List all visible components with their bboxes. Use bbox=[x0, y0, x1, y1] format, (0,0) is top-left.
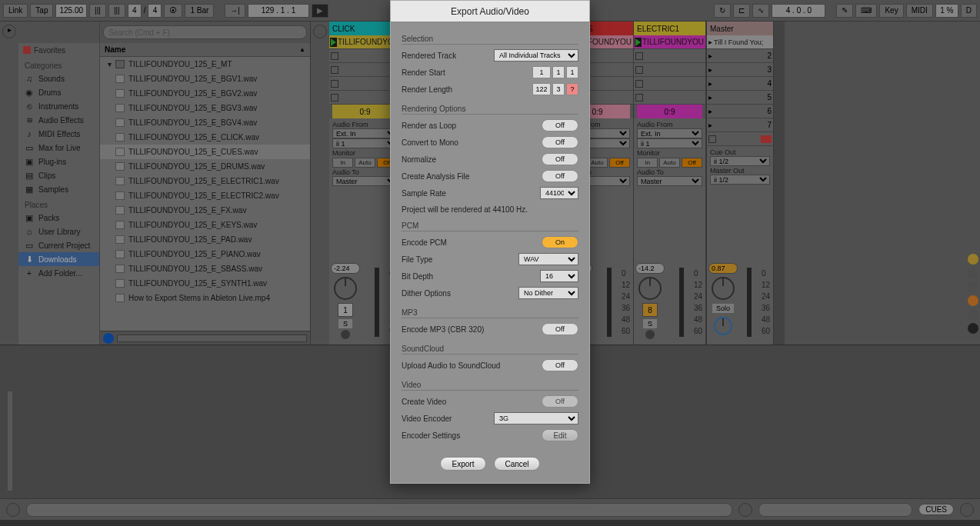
video-encoder-select[interactable]: 3G bbox=[494, 412, 578, 424]
volume-value[interactable]: -14.2 bbox=[635, 263, 665, 274]
normalize-toggle[interactable]: Off bbox=[542, 153, 578, 165]
master-header[interactable]: Master bbox=[707, 22, 773, 35]
solo-button[interactable]: S bbox=[338, 318, 353, 329]
expand-toggle-icon[interactable] bbox=[960, 503, 974, 517]
preview-waveform[interactable] bbox=[117, 335, 307, 342]
scene-play-icon[interactable]: ▸ bbox=[708, 52, 712, 60]
nav-category-max-for-live[interactable]: ▭Max for Live bbox=[18, 141, 99, 155]
session-scrollbar[interactable] bbox=[774, 22, 785, 345]
link-button[interactable]: Link bbox=[3, 4, 28, 18]
crossfade-toggle-icon[interactable] bbox=[968, 323, 978, 334]
solo-button[interactable]: S bbox=[642, 318, 658, 329]
render-length-bar[interactable]: 122 bbox=[532, 83, 551, 95]
clip-slot-empty[interactable] bbox=[634, 77, 705, 91]
position-display[interactable]: 129 . 1 . 1 bbox=[248, 4, 309, 18]
render-start-16th[interactable]: 1 bbox=[566, 66, 578, 78]
preview-headphone-icon[interactable] bbox=[103, 333, 114, 344]
audio-from-select[interactable]: Ext. In bbox=[332, 128, 398, 138]
loop-length[interactable]: 4 . 0 . 0 bbox=[772, 4, 825, 18]
scene-slot[interactable]: ▸5 bbox=[707, 91, 773, 105]
clip-stop-icon[interactable] bbox=[331, 80, 338, 88]
clip-slot[interactable]: TILLIFOUNDYOU bbox=[634, 35, 705, 49]
encode-pcm-toggle[interactable]: On bbox=[542, 236, 578, 248]
scene-slot[interactable]: ▸ Till I Found You; bbox=[707, 35, 773, 49]
clip-stop-icon[interactable] bbox=[635, 80, 643, 88]
clip-slot-empty[interactable] bbox=[634, 49, 705, 63]
dither-select[interactable]: No Dither bbox=[518, 287, 578, 299]
clip-play-icon[interactable] bbox=[331, 38, 336, 46]
draw-mode-icon[interactable]: ✎ bbox=[836, 4, 853, 18]
scene-play-icon[interactable]: ▸ bbox=[708, 121, 712, 129]
file-row[interactable]: TILLIFOUNDYOU_125_E_PIANO.wav bbox=[100, 247, 310, 261]
audio-to-select[interactable]: Master bbox=[637, 176, 702, 186]
bit-depth-select[interactable]: 16 bbox=[540, 270, 578, 282]
scene-play-icon[interactable]: ▸ bbox=[708, 65, 712, 74]
render-start-bar[interactable]: 1 bbox=[532, 66, 551, 78]
session-toggle-icon[interactable] bbox=[313, 25, 327, 38]
nav-place-user-library[interactable]: ⌂User Library bbox=[18, 225, 99, 238]
cue-volume-knob[interactable] bbox=[712, 277, 735, 300]
convert-mono-toggle[interactable]: Off bbox=[542, 136, 578, 148]
file-row[interactable]: TILLIFOUNDYOU_125_E_SYNTH1.wav bbox=[100, 276, 310, 291]
help-toggle-icon[interactable] bbox=[738, 503, 752, 517]
file-row[interactable]: TILLIFOUNDYOU_125_E_BGV3.wav bbox=[100, 101, 310, 115]
clip-slot-empty[interactable] bbox=[634, 63, 705, 77]
quantize-menu[interactable]: 1 Bar bbox=[185, 4, 214, 18]
nav-place-add-folder---[interactable]: +Add Folder... bbox=[18, 266, 99, 280]
scene-slot[interactable]: ▸6 bbox=[707, 105, 773, 118]
automation-icon[interactable]: ∿ bbox=[752, 4, 769, 18]
clip-stop-icon[interactable] bbox=[331, 52, 338, 60]
stop-all-slot[interactable] bbox=[707, 132, 773, 146]
punch-in-icon[interactable]: ⊏ bbox=[733, 4, 750, 18]
clip-slot-empty[interactable] bbox=[634, 91, 705, 105]
scroll-handle[interactable] bbox=[8, 391, 12, 491]
master-out-select[interactable]: ii 1/2 bbox=[710, 175, 770, 185]
nav-category-samples[interactable]: ▦Samples bbox=[18, 182, 99, 196]
solo-button[interactable]: Solo bbox=[712, 303, 735, 314]
metronome-icon[interactable]: ||| bbox=[89, 4, 106, 18]
nav-place-downloads[interactable]: ⬇Downloads bbox=[18, 252, 99, 266]
scene-play-icon[interactable]: ▸ bbox=[708, 79, 712, 88]
scene-play-icon[interactable]: ▸ bbox=[708, 38, 712, 46]
clip-play-icon[interactable] bbox=[635, 38, 641, 46]
master-volume[interactable]: 0.87 bbox=[708, 263, 738, 274]
file-row[interactable]: TILLIFOUNDYOU_125_E_BGV2.wav bbox=[100, 86, 310, 101]
file-row[interactable]: TILLIFOUNDYOU_125_E_ELECTRIC1.wav bbox=[100, 174, 310, 188]
scene-slot[interactable]: ▸7 bbox=[707, 118, 773, 132]
clip-stop-icon[interactable] bbox=[635, 94, 643, 102]
clip-stop-icon[interactable] bbox=[635, 52, 643, 60]
nav-category-midi-effects[interactable]: ♪MIDI Effects bbox=[18, 127, 99, 141]
scene-play-icon[interactable]: ▸ bbox=[708, 107, 712, 115]
monitor-auto[interactable]: Auto bbox=[355, 158, 375, 168]
file-row[interactable]: TILLIFOUNDYOU_125_E_BGV1.wav bbox=[100, 72, 310, 86]
export-button[interactable]: Export bbox=[440, 457, 486, 471]
file-row[interactable]: TILLIFOUNDYOU_125_E_ELECTRIC2.wav bbox=[100, 188, 310, 203]
volume-value[interactable]: -2.24 bbox=[331, 263, 360, 274]
nav-place-current-project[interactable]: ▭Current Project bbox=[18, 238, 99, 252]
nav-category-audio-effects[interactable]: ≋Audio Effects bbox=[18, 113, 99, 127]
create-video-toggle[interactable]: Off bbox=[542, 395, 578, 408]
file-row[interactable]: TILLIFOUNDYOU_125_E_KEYS.wav bbox=[100, 218, 310, 232]
track-header[interactable]: ELECTRIC1 bbox=[634, 22, 705, 35]
scene-play-icon[interactable]: ▸ bbox=[708, 93, 712, 102]
nav-category-instruments[interactable]: ⎋Instruments bbox=[18, 99, 99, 113]
analysis-toggle[interactable]: Off bbox=[542, 170, 578, 182]
keyboard-icon[interactable]: ⌨ bbox=[855, 4, 877, 18]
loop-icon[interactable]: ↻ bbox=[714, 4, 731, 18]
name-column-header[interactable]: Name ▲ bbox=[100, 43, 310, 57]
monitor-in[interactable]: In bbox=[332, 158, 353, 168]
stop-all-icon[interactable] bbox=[708, 135, 716, 143]
midi-map-button[interactable]: MIDI bbox=[906, 4, 933, 18]
nav-category-clips[interactable]: ▤Clips bbox=[18, 168, 99, 182]
render-loop-toggle[interactable]: Off bbox=[542, 119, 578, 132]
clip-stop-icon[interactable] bbox=[635, 66, 643, 74]
preview-knob[interactable] bbox=[714, 317, 732, 335]
browser-toggle-icon[interactable]: ▸ bbox=[2, 25, 16, 38]
audio-to-select[interactable]: Master bbox=[332, 176, 398, 186]
scene-slot[interactable]: ▸2 bbox=[707, 49, 773, 63]
io-toggle-icon[interactable] bbox=[968, 254, 978, 265]
info-toggle-icon[interactable] bbox=[6, 503, 20, 517]
metronome-toggle-icon[interactable]: ⦿ bbox=[164, 4, 182, 18]
returns-toggle-icon[interactable] bbox=[968, 281, 978, 292]
file-row[interactable]: How to Export Stems in Ableton Live.mp4 bbox=[100, 291, 310, 305]
